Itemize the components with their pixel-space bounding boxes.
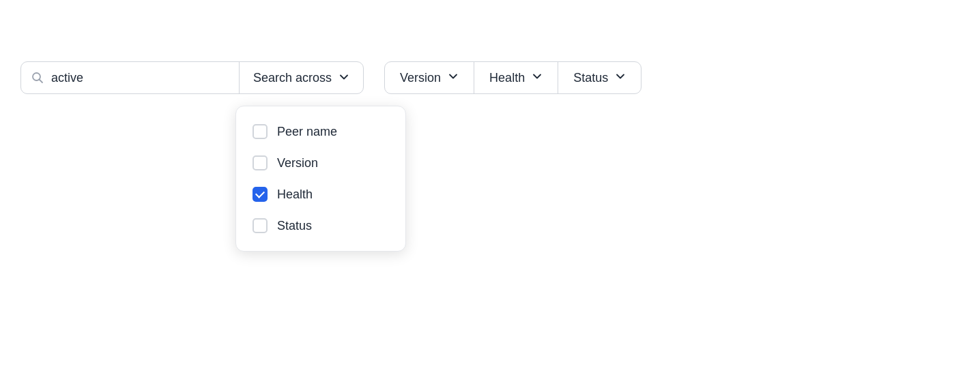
status-label: Status <box>277 219 312 233</box>
status-filter-chevron-icon <box>615 71 626 85</box>
list-item[interactable]: Version <box>236 147 405 179</box>
peer-name-checkbox[interactable] <box>253 124 268 139</box>
search-across-dropdown: Peer name Version Health Status <box>235 106 406 252</box>
health-label: Health <box>277 188 313 202</box>
search-across-label: Search across <box>253 71 332 85</box>
search-input-area <box>21 62 240 93</box>
svg-line-1 <box>40 80 43 83</box>
version-checkbox[interactable] <box>253 155 268 170</box>
health-checkbox[interactable] <box>253 187 268 202</box>
status-filter-label: Status <box>573 71 608 85</box>
search-input[interactable] <box>51 71 229 85</box>
main-container: Search across Version Health <box>0 0 980 94</box>
search-bar: Search across <box>20 61 364 94</box>
list-item[interactable]: Peer name <box>236 116 405 147</box>
health-filter-chevron-icon <box>532 71 543 85</box>
search-across-button[interactable]: Search across <box>240 62 363 93</box>
status-filter-button[interactable]: Status <box>558 62 641 93</box>
list-item[interactable]: Status <box>236 210 405 241</box>
search-across-chevron-icon <box>338 72 349 85</box>
version-filter-chevron-icon <box>448 71 459 85</box>
version-filter-label: Version <box>400 71 441 85</box>
version-label: Version <box>277 156 318 170</box>
filter-group: Version Health Status <box>384 61 642 94</box>
version-filter-button[interactable]: Version <box>385 62 474 93</box>
search-icon <box>31 71 44 85</box>
status-checkbox[interactable] <box>253 218 268 233</box>
peer-name-label: Peer name <box>277 125 337 139</box>
health-filter-button[interactable]: Health <box>474 62 558 93</box>
health-filter-label: Health <box>489 71 525 85</box>
list-item[interactable]: Health <box>236 179 405 210</box>
